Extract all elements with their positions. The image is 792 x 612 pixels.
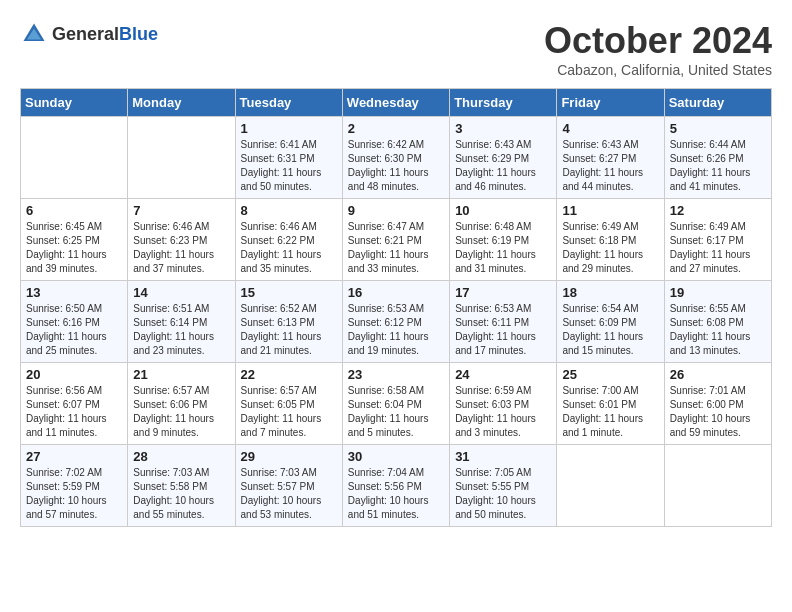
cell-info: Sunrise: 6:48 AM Sunset: 6:19 PM Dayligh… [455,220,551,276]
cell-info: Sunrise: 6:58 AM Sunset: 6:04 PM Dayligh… [348,384,444,440]
day-number: 5 [670,121,766,136]
title-block: October 2024 Cabazon, California, United… [544,20,772,78]
calendar-cell: 30Sunrise: 7:04 AM Sunset: 5:56 PM Dayli… [342,445,449,527]
logo-blue: Blue [119,24,158,44]
calendar-week-row: 1Sunrise: 6:41 AM Sunset: 6:31 PM Daylig… [21,117,772,199]
cell-info: Sunrise: 6:57 AM Sunset: 6:06 PM Dayligh… [133,384,229,440]
day-number: 22 [241,367,337,382]
calendar-cell: 22Sunrise: 6:57 AM Sunset: 6:05 PM Dayli… [235,363,342,445]
calendar-cell: 1Sunrise: 6:41 AM Sunset: 6:31 PM Daylig… [235,117,342,199]
calendar-header-row: SundayMondayTuesdayWednesdayThursdayFrid… [21,89,772,117]
page-header: GeneralBlue October 2024 Cabazon, Califo… [20,20,772,78]
cell-info: Sunrise: 6:43 AM Sunset: 6:29 PM Dayligh… [455,138,551,194]
cell-info: Sunrise: 6:57 AM Sunset: 6:05 PM Dayligh… [241,384,337,440]
cell-info: Sunrise: 6:46 AM Sunset: 6:23 PM Dayligh… [133,220,229,276]
day-of-week-header: Monday [128,89,235,117]
calendar-cell: 29Sunrise: 7:03 AM Sunset: 5:57 PM Dayli… [235,445,342,527]
day-number: 28 [133,449,229,464]
cell-info: Sunrise: 6:52 AM Sunset: 6:13 PM Dayligh… [241,302,337,358]
day-number: 24 [455,367,551,382]
day-of-week-header: Tuesday [235,89,342,117]
day-number: 18 [562,285,658,300]
calendar-week-row: 27Sunrise: 7:02 AM Sunset: 5:59 PM Dayli… [21,445,772,527]
calendar-cell: 16Sunrise: 6:53 AM Sunset: 6:12 PM Dayli… [342,281,449,363]
day-number: 14 [133,285,229,300]
cell-info: Sunrise: 6:49 AM Sunset: 6:17 PM Dayligh… [670,220,766,276]
day-number: 15 [241,285,337,300]
day-number: 29 [241,449,337,464]
calendar-cell: 19Sunrise: 6:55 AM Sunset: 6:08 PM Dayli… [664,281,771,363]
cell-info: Sunrise: 6:53 AM Sunset: 6:11 PM Dayligh… [455,302,551,358]
cell-info: Sunrise: 6:44 AM Sunset: 6:26 PM Dayligh… [670,138,766,194]
logo-icon [20,20,48,48]
calendar-cell: 27Sunrise: 7:02 AM Sunset: 5:59 PM Dayli… [21,445,128,527]
logo: GeneralBlue [20,20,158,48]
cell-info: Sunrise: 6:49 AM Sunset: 6:18 PM Dayligh… [562,220,658,276]
calendar-cell: 24Sunrise: 6:59 AM Sunset: 6:03 PM Dayli… [450,363,557,445]
cell-info: Sunrise: 6:50 AM Sunset: 6:16 PM Dayligh… [26,302,122,358]
calendar-cell [21,117,128,199]
day-number: 8 [241,203,337,218]
calendar-cell: 2Sunrise: 6:42 AM Sunset: 6:30 PM Daylig… [342,117,449,199]
cell-info: Sunrise: 6:46 AM Sunset: 6:22 PM Dayligh… [241,220,337,276]
day-number: 16 [348,285,444,300]
calendar-cell: 13Sunrise: 6:50 AM Sunset: 6:16 PM Dayli… [21,281,128,363]
day-of-week-header: Thursday [450,89,557,117]
day-number: 1 [241,121,337,136]
cell-info: Sunrise: 6:53 AM Sunset: 6:12 PM Dayligh… [348,302,444,358]
cell-info: Sunrise: 6:55 AM Sunset: 6:08 PM Dayligh… [670,302,766,358]
calendar-cell: 3Sunrise: 6:43 AM Sunset: 6:29 PM Daylig… [450,117,557,199]
day-of-week-header: Sunday [21,89,128,117]
day-number: 27 [26,449,122,464]
cell-info: Sunrise: 7:02 AM Sunset: 5:59 PM Dayligh… [26,466,122,522]
month-title: October 2024 [544,20,772,62]
cell-info: Sunrise: 6:41 AM Sunset: 6:31 PM Dayligh… [241,138,337,194]
calendar-cell: 8Sunrise: 6:46 AM Sunset: 6:22 PM Daylig… [235,199,342,281]
calendar-cell: 4Sunrise: 6:43 AM Sunset: 6:27 PM Daylig… [557,117,664,199]
day-number: 9 [348,203,444,218]
day-number: 3 [455,121,551,136]
day-number: 10 [455,203,551,218]
calendar-cell: 5Sunrise: 6:44 AM Sunset: 6:26 PM Daylig… [664,117,771,199]
cell-info: Sunrise: 6:43 AM Sunset: 6:27 PM Dayligh… [562,138,658,194]
cell-info: Sunrise: 7:03 AM Sunset: 5:57 PM Dayligh… [241,466,337,522]
calendar-cell: 28Sunrise: 7:03 AM Sunset: 5:58 PM Dayli… [128,445,235,527]
logo-general: General [52,24,119,44]
calendar-cell: 23Sunrise: 6:58 AM Sunset: 6:04 PM Dayli… [342,363,449,445]
calendar-cell: 7Sunrise: 6:46 AM Sunset: 6:23 PM Daylig… [128,199,235,281]
calendar-cell [557,445,664,527]
cell-info: Sunrise: 7:05 AM Sunset: 5:55 PM Dayligh… [455,466,551,522]
cell-info: Sunrise: 6:47 AM Sunset: 6:21 PM Dayligh… [348,220,444,276]
calendar-cell: 17Sunrise: 6:53 AM Sunset: 6:11 PM Dayli… [450,281,557,363]
cell-info: Sunrise: 6:42 AM Sunset: 6:30 PM Dayligh… [348,138,444,194]
day-number: 2 [348,121,444,136]
cell-info: Sunrise: 7:04 AM Sunset: 5:56 PM Dayligh… [348,466,444,522]
calendar-cell [664,445,771,527]
day-of-week-header: Saturday [664,89,771,117]
day-number: 17 [455,285,551,300]
calendar-week-row: 13Sunrise: 6:50 AM Sunset: 6:16 PM Dayli… [21,281,772,363]
cell-info: Sunrise: 7:01 AM Sunset: 6:00 PM Dayligh… [670,384,766,440]
calendar-table: SundayMondayTuesdayWednesdayThursdayFrid… [20,88,772,527]
day-number: 20 [26,367,122,382]
cell-info: Sunrise: 6:51 AM Sunset: 6:14 PM Dayligh… [133,302,229,358]
day-number: 30 [348,449,444,464]
calendar-cell: 18Sunrise: 6:54 AM Sunset: 6:09 PM Dayli… [557,281,664,363]
day-number: 23 [348,367,444,382]
location: Cabazon, California, United States [544,62,772,78]
cell-info: Sunrise: 6:59 AM Sunset: 6:03 PM Dayligh… [455,384,551,440]
cell-info: Sunrise: 6:54 AM Sunset: 6:09 PM Dayligh… [562,302,658,358]
calendar-cell: 26Sunrise: 7:01 AM Sunset: 6:00 PM Dayli… [664,363,771,445]
calendar-cell: 31Sunrise: 7:05 AM Sunset: 5:55 PM Dayli… [450,445,557,527]
calendar-cell [128,117,235,199]
day-number: 6 [26,203,122,218]
calendar-cell: 21Sunrise: 6:57 AM Sunset: 6:06 PM Dayli… [128,363,235,445]
cell-info: Sunrise: 7:00 AM Sunset: 6:01 PM Dayligh… [562,384,658,440]
cell-info: Sunrise: 6:56 AM Sunset: 6:07 PM Dayligh… [26,384,122,440]
calendar-cell: 14Sunrise: 6:51 AM Sunset: 6:14 PM Dayli… [128,281,235,363]
day-number: 12 [670,203,766,218]
day-number: 7 [133,203,229,218]
calendar-week-row: 6Sunrise: 6:45 AM Sunset: 6:25 PM Daylig… [21,199,772,281]
day-number: 21 [133,367,229,382]
day-number: 11 [562,203,658,218]
